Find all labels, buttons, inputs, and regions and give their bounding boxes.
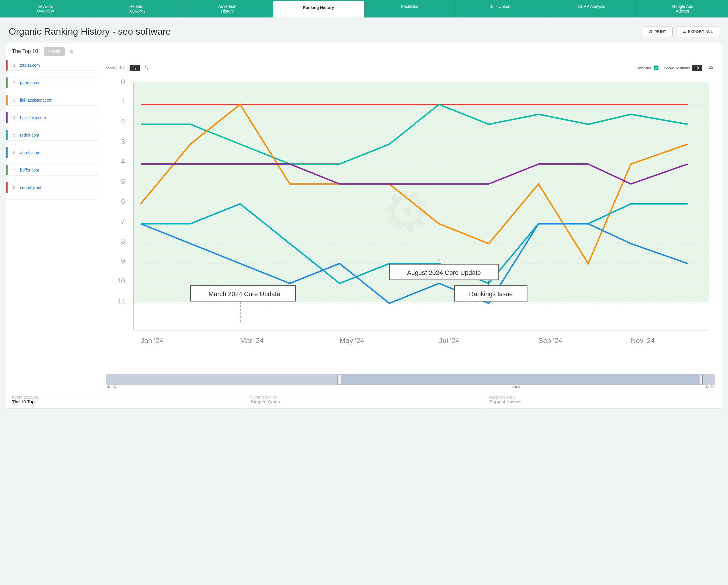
domain-expand-1[interactable]: ›: [6, 71, 99, 77]
filter-top10[interactable]: FILTER DOMAINS The 10 Top: [6, 392, 245, 408]
domain-expand-7[interactable]: ›: [6, 176, 99, 182]
svg-text:10: 10: [117, 277, 125, 285]
show-positions-label: Show Positions: [664, 66, 690, 70]
domain-row-1[interactable]: 1 zapier.com: [6, 60, 99, 71]
svg-text:Rankings Issue: Rankings Issue: [469, 290, 513, 298]
domain-expand-4[interactable]: ›: [6, 123, 99, 130]
main-card: The Top 10 + ADD ⚙ 1 zapier.com › 2 gart: [6, 43, 722, 408]
svg-text:Mar '24: Mar '24: [240, 337, 264, 344]
domain-row-5[interactable]: 5 reddit.com: [6, 130, 99, 141]
chart-container: 1 zapier.com › 2 gartner.com › 3 link-as…: [6, 60, 722, 392]
domain-expand-5[interactable]: ›: [6, 141, 99, 147]
timeline-left-handle[interactable]: [338, 375, 341, 384]
trendline-group: Trendline ✓: [636, 65, 658, 70]
domain-row-7[interactable]: 7 buffer.com: [6, 165, 99, 176]
svg-text:2: 2: [121, 118, 125, 126]
chart-right: Zoom 6m 1y 2y Trendline ✓ Show Positions…: [99, 60, 722, 392]
page-header: Organic Ranking History - seo software 🖨…: [0, 18, 728, 43]
zoom-2y[interactable]: 2y: [141, 65, 152, 71]
domain-row-6[interactable]: 6 ahrefs.com: [6, 147, 99, 158]
domain-row-8[interactable]: 8 seobility.net: [6, 182, 99, 193]
trendline-label: Trendline: [636, 66, 651, 70]
svg-text:Jul '24: Jul '24: [439, 337, 460, 344]
positions-10-btn[interactable]: 10: [692, 65, 702, 71]
ranking-chart-svg: 0 1 2 3 4 5 6 7 8 9 10 11: [105, 75, 716, 373]
svg-text:6: 6: [121, 197, 125, 205]
filter-bar: FILTER DOMAINS The 10 Top FILTER DOMAINS…: [6, 392, 722, 408]
nav-serp-analysis[interactable]: SERP Analysis: [546, 0, 638, 18]
nav-related-keywords[interactable]: RelatedKeywords: [91, 0, 182, 18]
export-button[interactable]: ☁ EXPORT ALL: [676, 26, 719, 37]
domain-row-2[interactable]: 2 gartner.com: [6, 77, 99, 88]
zoom-group: Zoom 6m 1y 2y: [105, 65, 151, 71]
nav-backlinks[interactable]: Backlinks: [364, 0, 456, 18]
tab-bar: The Top 10 + ADD ⚙: [6, 43, 722, 60]
svg-text:1: 1: [121, 98, 125, 106]
zoom-label: Zoom: [105, 66, 115, 70]
mini-timeline: Jul '23 Jan '24 Jul '24: [106, 374, 715, 387]
domain-row-4[interactable]: 4 backlinko.com: [6, 112, 99, 123]
show-positions-group: Show Positions 10 100: [664, 65, 716, 71]
add-button[interactable]: + ADD: [44, 47, 64, 56]
domain-expand-2[interactable]: ›: [6, 88, 99, 95]
nav-bulk-upload[interactable]: Bulk Upload: [455, 0, 546, 18]
svg-text:0: 0: [121, 78, 125, 86]
nav-google-ads-advisor[interactable]: Google AdsAdvisor: [637, 0, 728, 18]
main-nav: KeywordOverview RelatedKeywords Advertis…: [0, 0, 728, 18]
header-buttons: 🖨 PRINT ☁ EXPORT ALL: [643, 26, 719, 37]
timeline-right-handle[interactable]: [699, 375, 703, 384]
svg-text:8: 8: [121, 237, 125, 245]
page-title: Organic Ranking History - seo software: [9, 26, 171, 37]
chart-controls: Zoom 6m 1y 2y Trendline ✓ Show Positions…: [105, 65, 716, 71]
trendline-checkbox[interactable]: ✓: [654, 65, 658, 70]
zoom-1y[interactable]: 1y: [130, 65, 140, 71]
nav-ranking-history[interactable]: Ranking History: [273, 1, 364, 18]
nav-advertiser-history[interactable]: AdvertiserHistory: [182, 0, 273, 18]
domain-list: 1 zapier.com › 2 gartner.com › 3 link-as…: [6, 60, 99, 392]
positions-100-btn[interactable]: 100: [704, 65, 716, 71]
svg-text:7: 7: [121, 217, 125, 225]
svg-text:August 2024 Core Update: August 2024 Core Update: [407, 269, 481, 276]
timeline-label-jan24: Jan '24: [512, 385, 521, 389]
svg-text:Jan '24: Jan '24: [141, 337, 163, 344]
print-icon: 🖨: [649, 29, 653, 34]
print-button[interactable]: 🖨 PRINT: [643, 26, 673, 37]
domain-row-3[interactable]: 3 link-assistant.com: [6, 95, 99, 106]
svg-text:11: 11: [117, 297, 125, 305]
domain-expand-3[interactable]: ›: [6, 106, 99, 112]
domain-expand-6[interactable]: ›: [6, 158, 99, 165]
timeline-label-jul24: Jul '24: [705, 385, 714, 389]
main-content: The Top 10 + ADD ⚙ 1 zapier.com › 2 gart: [0, 43, 728, 415]
svg-text:3: 3: [121, 138, 125, 145]
tab-label: The Top 10: [12, 43, 38, 60]
export-icon: ☁: [682, 29, 686, 34]
filter-biggest-losses[interactable]: FILTER DOMAINS Biggest Losses: [484, 392, 722, 408]
svg-text:5: 5: [121, 178, 125, 185]
svg-text:Nov '24: Nov '24: [631, 337, 655, 344]
filter-biggest-gains[interactable]: FILTER DOMAINS Biggest Gains: [245, 392, 484, 408]
zoom-6m[interactable]: 6m: [116, 65, 128, 71]
settings-button[interactable]: ⚙: [69, 48, 74, 55]
svg-text:9: 9: [121, 257, 125, 265]
svg-text:⚙: ⚙: [376, 176, 438, 247]
timeline-label-jul23: Jul '23: [107, 385, 116, 389]
svg-text:Sep '24: Sep '24: [539, 337, 562, 344]
svg-text:May '24: May '24: [340, 337, 364, 344]
svg-text:4: 4: [121, 158, 125, 165]
svg-text:March 2024 Core Update: March 2024 Core Update: [208, 290, 280, 298]
chart-area: 0 1 2 3 4 5 6 7 8 9 10 11: [105, 75, 716, 387]
domain-expand-8[interactable]: ›: [6, 193, 99, 200]
nav-keyword-overview[interactable]: KeywordOverview: [0, 0, 91, 18]
